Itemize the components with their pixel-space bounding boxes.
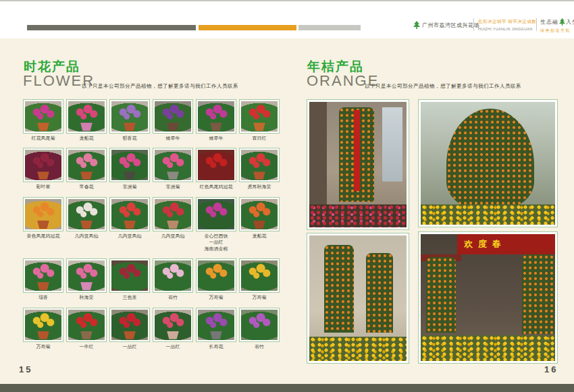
flower-item: 矮牵牛 (152, 100, 194, 141)
flower-label: 百日红 (253, 135, 267, 141)
flower-label: 万寿菊 (209, 294, 224, 300)
motto-line: 生态融 入生活 (540, 18, 574, 26)
chrysanthemum-border (309, 337, 407, 361)
tree-icon (413, 21, 420, 29)
flower-photo (240, 259, 279, 292)
flower-item: 三色堇 (109, 259, 151, 300)
flower-label: 虎耳秋海棠 (248, 184, 271, 190)
page-number-left: 15 (19, 364, 32, 374)
flower-item: 红色凤尾鸡冠花 (195, 148, 237, 190)
photo-large-kumquat-arch (419, 100, 557, 227)
flower-photo (197, 308, 236, 341)
header-bar-orange (199, 25, 296, 30)
flower-item: 红花凤尾菊 (22, 100, 64, 141)
header-divider (536, 18, 537, 31)
flower-photo (24, 259, 63, 292)
flower-label: 常春花 (80, 184, 94, 190)
flower-item: 几内亚凤仙 (152, 198, 194, 252)
poinsettia-border (309, 204, 407, 227)
flower-photo (240, 198, 279, 231)
flower-label: 黄色凤尾鸡冠花 (27, 233, 60, 239)
flower-photo (110, 308, 149, 341)
flower-item: 矮牵牛 (195, 100, 237, 141)
flower-label: 石竹 (168, 294, 178, 300)
flower-photo (197, 148, 236, 181)
flower-item: 石竹 (238, 308, 280, 349)
flower-item: 龙船花 (66, 100, 107, 141)
photo-window (382, 107, 402, 181)
flower-item: 几内亚凤仙 (66, 198, 107, 252)
flower-label: 龙船花 (253, 233, 267, 239)
flower-item: 黄色凤尾鸡冠花 (22, 198, 64, 252)
flower-photo (110, 259, 149, 292)
flower-photo (24, 100, 63, 133)
motto-right: 入生活 (566, 18, 574, 26)
flower-label: 郁香花 (123, 135, 137, 141)
flower-label: 三色堇 (123, 294, 137, 300)
flower-item: 常春花 (66, 148, 107, 190)
photo-outdoor-kumquat-towers (307, 233, 409, 363)
flower-item: 几内亚凤仙 (109, 198, 151, 252)
flower-photo (24, 198, 63, 231)
header-slogan: 色彩决定细节 细节决定成败 HUIZHI YUANLIN JINGGUAN (478, 19, 533, 31)
flower-photo (24, 148, 63, 181)
flower-label: 万寿菊 (253, 294, 267, 300)
flower-item: 龙船花 (238, 198, 280, 252)
flower-item: 瑞香 (22, 259, 64, 300)
flower-photo (153, 259, 192, 292)
flower-label: 非洲菊 (166, 184, 180, 190)
flower-photo (110, 148, 149, 181)
flower-label: 几内亚凤仙 (118, 233, 142, 239)
flower-label: 石竹 (255, 343, 264, 349)
flower-grid: 红花凤尾菊龙船花郁香花矮牵牛矮牵牛百日红彩叶草常春花非洲菊非洲菊红色凤尾鸡冠花虎… (22, 100, 280, 349)
flower-label: 一串红 (80, 343, 94, 349)
flower-item: 非洲菊 (152, 148, 194, 190)
flower-item: 长寿花 (195, 308, 237, 349)
flower-photo (67, 259, 106, 292)
header-bar-light (298, 25, 361, 30)
brand-logo: 广州市荔湾区成兴花场 (413, 21, 479, 29)
flower-photo (153, 198, 192, 231)
flower-item: 金心巴西铁 一品红 海南洒金榕 (195, 198, 237, 252)
footer-bar (0, 384, 574, 392)
chrysanthemum-border (421, 204, 555, 225)
flower-label: 万寿菊 (36, 343, 51, 349)
flower-label: 龙船花 (80, 135, 94, 141)
kumquat-tower (366, 253, 393, 333)
flower-label: 非洲菊 (123, 184, 137, 190)
flower-label: 矮牵牛 (209, 135, 224, 141)
header-motto: 生态融 入生活 绿色创造生机 (540, 18, 574, 34)
flower-item: 百日红 (238, 100, 280, 141)
photo-indoor-kumquat-display (307, 100, 409, 229)
kumquat-tower (522, 254, 554, 334)
kumquat-tower (426, 257, 456, 333)
kumquat-mound (446, 109, 534, 210)
kumquat-tower (324, 245, 354, 333)
flower-label: 长寿花 (209, 343, 224, 349)
flower-label: 几内亚凤仙 (75, 233, 99, 239)
flower-item: 郁香花 (109, 100, 151, 141)
chrysanthemum-border (421, 335, 555, 361)
catalog-spread: 广州市荔湾区成兴花场 色彩决定细节 细节决定成败 HUIZHI YUANLIN … (0, 0, 574, 392)
brand-name: 广州市荔湾区成兴花场 (422, 22, 479, 29)
header-bar-dark (27, 25, 196, 30)
flower-item: 一串红 (66, 308, 107, 349)
flower-label: 瑞香 (38, 294, 48, 300)
tree-icon (559, 18, 565, 26)
red-banner (354, 110, 360, 191)
flower-photo (240, 100, 279, 133)
photo-storefront-kumquat-display: 欢度春 (419, 232, 557, 363)
sign-text: 欢度春 (464, 238, 506, 250)
flower-item: 秋海棠 (66, 259, 107, 300)
header-divider (473, 18, 474, 31)
slogan-english: HUIZHI YUANLIN JINGGUAN (478, 27, 533, 31)
flower-label: 红色凤尾鸡冠花 (200, 184, 233, 190)
flower-item: 一品红 (109, 308, 151, 349)
flower-item: 万寿菊 (22, 308, 64, 349)
flower-label: 一品红 (123, 343, 137, 349)
flower-item: 万寿菊 (238, 259, 280, 300)
flower-item: 彩叶草 (22, 148, 64, 190)
slogan-chinese: 色彩决定细节 细节决定成败 (478, 19, 533, 25)
flower-photo (67, 100, 106, 133)
orange-section-note: 以下只是本公司部分产品植物，想了解更多请与我们工作人员联系 (365, 83, 521, 90)
